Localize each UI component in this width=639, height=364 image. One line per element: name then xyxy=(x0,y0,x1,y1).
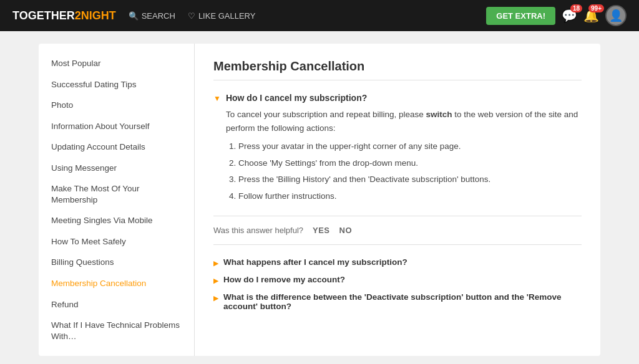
helpful-yes-button[interactable]: YES xyxy=(313,226,330,235)
page-wrapper: Most Popular Successful Dating Tips Phot… xyxy=(39,44,600,364)
faq-steps-list: Press your avatar in the upper-right cor… xyxy=(238,140,582,203)
sidebar-item-using-messenger[interactable]: Using Messenger xyxy=(39,158,194,179)
faq-after-cancel-text: What happens after I cancel my subscript… xyxy=(223,257,407,267)
nav-like-gallery[interactable]: ♡ LIKE GALLERY xyxy=(188,11,256,21)
faq-step-2: Choose 'My Settings' from the drop-down … xyxy=(238,156,582,170)
sidebar-item-updating-account-details[interactable]: Updating Account Details xyxy=(39,136,194,158)
header-right: GET EXTRA! 💬 18 🔔 99+ 👤 xyxy=(486,5,627,26)
sidebar-item-refund[interactable]: Refund xyxy=(39,294,194,315)
logo-2night: 2NIGHT xyxy=(75,9,116,22)
sidebar-item-membership-cancellation[interactable]: Membership Cancellation xyxy=(39,273,194,294)
sidebar-item-make-the-most[interactable]: Make The Most Of Your Membership xyxy=(39,178,194,210)
logo[interactable]: TOGETHER2NIGHT xyxy=(12,9,116,22)
faq-question-cancel[interactable]: ▼ How do I cancel my subscription? xyxy=(213,93,582,103)
faq-deactivate-vs-remove-text: What is the difference between the 'Deac… xyxy=(223,292,582,311)
faq-step-1: Press your avatar in the upper-right cor… xyxy=(238,140,582,153)
header: TOGETHER2NIGHT 🔍 SEARCH ♡ LIKE GALLERY G… xyxy=(0,0,639,31)
faq-after-cancel[interactable]: ▶ What happens after I cancel my subscri… xyxy=(213,257,582,267)
page-title: Membership Cancellation xyxy=(213,59,582,80)
content-card: Most Popular Successful Dating Tips Phot… xyxy=(39,44,600,356)
footer: 19 girls seek your attention! Press here… xyxy=(39,356,600,364)
logo-together: TOGETHER xyxy=(12,9,75,22)
sidebar-item-technical-problems[interactable]: What If I Have Technical Problems With… xyxy=(39,315,194,347)
sidebar-item-meeting-singles[interactable]: Meeting Singles Via Mobile xyxy=(39,210,194,231)
faq-expand-icon: ▼ xyxy=(213,94,221,103)
messages-button[interactable]: 💬 18 xyxy=(562,8,577,23)
sidebar-item-information-about-yourself[interactable]: Information About Yourself xyxy=(39,116,194,137)
messages-badge: 18 xyxy=(570,4,582,12)
faq-collapsed-arrow: ▶ xyxy=(213,259,218,267)
sidebar-item-successful-dating-tips[interactable]: Successful Dating Tips xyxy=(39,74,194,95)
faq-deactivate-vs-remove[interactable]: ▶ What is the difference between the 'De… xyxy=(213,292,582,311)
search-label: SEARCH xyxy=(142,11,175,21)
notifications-badge: 99+ xyxy=(588,4,604,12)
main-content: Membership Cancellation ▼ How do I cance… xyxy=(195,44,600,356)
faq-question-text-cancel: How do I cancel my subscription? xyxy=(226,93,367,103)
faq-cancel-subscription: ▼ How do I cancel my subscription? To ca… xyxy=(213,93,582,203)
faq-answer-intro: To cancel your subscription and repeat b… xyxy=(226,110,578,133)
faq-remove-account[interactable]: ▶ How do I remove my account? xyxy=(213,275,582,285)
heart-icon: ♡ xyxy=(188,11,195,21)
faq-collapsed-arrow-2: ▶ xyxy=(213,277,218,285)
notifications-button[interactable]: 🔔 99+ xyxy=(583,8,599,23)
sidebar-item-photo[interactable]: Photo xyxy=(39,95,194,116)
sidebar-item-how-to-meet-safely[interactable]: How To Meet Safely xyxy=(39,231,194,252)
like-gallery-label: LIKE GALLERY xyxy=(198,11,256,21)
nav-search[interactable]: 🔍 SEARCH xyxy=(129,11,175,21)
faq-step-4: Follow further instructions. xyxy=(238,189,582,203)
avatar[interactable]: 👤 xyxy=(605,5,627,26)
faq-remove-account-text: How do I remove my account? xyxy=(223,275,345,284)
helpful-no-button[interactable]: NO xyxy=(339,226,353,235)
search-icon: 🔍 xyxy=(129,11,139,21)
sidebar-item-billing-questions[interactable]: Billing Questions xyxy=(39,252,194,273)
sidebar-item-most-popular[interactable]: Most Popular xyxy=(39,53,194,74)
avatar-icon: 👤 xyxy=(609,9,623,22)
get-extra-button[interactable]: GET EXTRA! xyxy=(486,7,555,25)
helpful-section: Was this answer helpful? YES NO xyxy=(213,216,582,245)
sidebar: Most Popular Successful Dating Tips Phot… xyxy=(39,44,195,356)
faq-step-3: Press the 'Billing History' and then 'De… xyxy=(238,173,582,186)
faq-collapsed-arrow-3: ▶ xyxy=(213,294,218,302)
helpful-label: Was this answer helpful? xyxy=(213,226,303,235)
faq-answer-cancel: To cancel your subscription and repeat b… xyxy=(226,108,582,203)
header-left: TOGETHER2NIGHT 🔍 SEARCH ♡ LIKE GALLERY xyxy=(12,9,255,22)
